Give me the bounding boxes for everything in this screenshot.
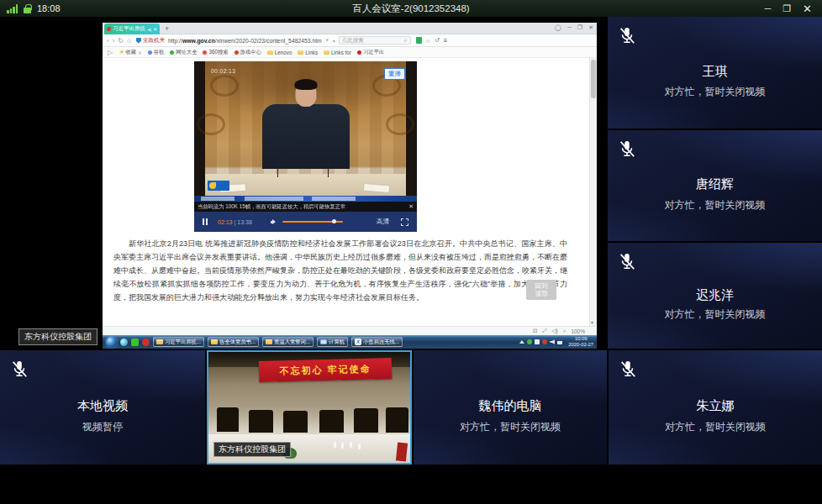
volume-icon[interactable] — [271, 218, 277, 225]
tray-red-icon[interactable] — [542, 339, 547, 344]
meeting-title: 百人会议室-2(9012352348) — [0, 3, 822, 15]
speed-bolt-icon[interactable] — [325, 37, 329, 44]
home-icon[interactable]: ⌂ — [127, 37, 131, 45]
tray-green-icon[interactable] — [527, 339, 532, 344]
window-icon — [266, 339, 272, 344]
quality-button[interactable]: 高清 — [377, 218, 389, 226]
red-object — [396, 442, 408, 461]
back-to-top-widget[interactable]: ↑ 回到 顶部 — [526, 270, 556, 300]
browser-address-bar: ‹ › ↻ ⌂ 党政机关 http://www.gov.cn/xinwen/20… — [103, 34, 597, 47]
participant-status: 对方忙，暂时关闭视频 — [608, 85, 822, 99]
search-input[interactable]: 点此搜索 — [339, 36, 411, 45]
toast-close-icon[interactable]: ✕ — [408, 203, 414, 210]
shield-icon — [136, 38, 141, 44]
fullscreen-icon[interactable] — [401, 218, 408, 226]
participant-name: 迟兆洋 — [608, 287, 822, 303]
capture-icon[interactable]: ⊡ — [533, 328, 537, 334]
gov-verified-badge: 党政机关 — [136, 37, 165, 45]
back-icon[interactable]: ‹ — [107, 37, 109, 45]
taskbar-clock[interactable]: 10:09 2020-02-27 — [568, 336, 593, 348]
browser-active-tab[interactable]: 习近平出席统筹推进新冠肺 — [104, 24, 160, 34]
browser-maximize-button[interactable]: ❐ — [577, 24, 582, 31]
taskbar-window-button[interactable]: 习近平出席统... — [153, 337, 204, 347]
tray-expand-icon[interactable] — [519, 340, 524, 344]
participant-status: 对方忙，暂时关闭视频 — [608, 198, 822, 213]
browser-user-icon[interactable]: ◯ — [555, 24, 561, 31]
bookmark-item[interactable]: 网址大全 — [170, 49, 197, 56]
mute-page-icon[interactable]: ◁) — [552, 328, 558, 334]
scrollbar-thumb[interactable] — [591, 60, 596, 98]
history-icon[interactable] — [435, 37, 440, 44]
bookmark-item[interactable]: 游戏中心 — [234, 49, 261, 56]
safe-icon[interactable] — [416, 37, 422, 44]
menu-icon[interactable] — [444, 37, 448, 45]
bookmarks-expand-icon[interactable]: ▷ — [108, 49, 113, 56]
tray-network-icon[interactable] — [557, 339, 562, 344]
participant-tile[interactable]: 唐绍辉 对方忙，暂时关闭视频 — [608, 130, 822, 241]
zoom-level[interactable]: 100% — [571, 328, 585, 334]
mic-muted-icon — [618, 252, 636, 272]
video-tile-label: 东方科仪控股集团 — [213, 442, 291, 457]
bookmark-favorites[interactable]: ★收藏∨ — [119, 49, 141, 56]
tab-close-icon[interactable] — [153, 26, 157, 32]
gov-favicon — [357, 50, 361, 55]
forward-icon[interactable]: › — [113, 37, 115, 45]
maximize-button[interactable]: ❐ — [782, 4, 791, 13]
participant-status: 对方忙，暂时关闭视频 — [608, 307, 822, 322]
pause-button[interactable] — [203, 218, 208, 225]
subtitle-bar — [194, 196, 417, 202]
pinned-app-icon[interactable] — [131, 339, 139, 346]
gamepad-icon — [234, 50, 239, 55]
browser-minimize-button[interactable]: ─ — [567, 24, 572, 31]
bookmark-item[interactable]: 360搜索 — [203, 49, 228, 56]
page-scrollbar[interactable]: ▾ — [589, 58, 597, 326]
taskbar-window-button[interactable]: 告全体党员书... — [208, 337, 259, 347]
url-dropdown-icon[interactable] — [333, 38, 335, 44]
browser-tab-bar: 习近平出席统筹推进新冠肺 + ◯ ─ ❐ ✕ — [103, 23, 597, 34]
zoom-search-icon[interactable]: ⌕ — [563, 328, 566, 334]
search360-icon — [203, 50, 207, 55]
pinned-music-icon[interactable] — [142, 339, 150, 346]
bookmark-item[interactable]: 谷歌 — [148, 49, 165, 56]
browser-close-button[interactable]: ✕ — [588, 24, 593, 31]
participant-tile[interactable]: 朱立娜 对方忙，暂时关闭视频 — [609, 350, 822, 465]
start-button[interactable] — [106, 337, 117, 348]
tab-title: 习近平出席统筹推进新冠肺 — [113, 25, 145, 33]
pinned-browser-icon[interactable] — [120, 339, 128, 346]
taskbar-xylink-button[interactable]: X小鱼易连无线... — [351, 337, 403, 347]
mic-muted-icon — [618, 139, 636, 160]
participant-name: 唐绍辉 — [608, 176, 822, 192]
scroll-down-icon[interactable]: ▾ — [591, 319, 593, 325]
red-banner: 不忘初心 牢记使命 — [259, 358, 393, 382]
resize-icon[interactable]: ⤢ — [542, 328, 546, 334]
volume-slider[interactable] — [282, 221, 343, 223]
search-icon[interactable] — [404, 37, 408, 44]
participant-status: 对方忙，暂时关闭视频 — [609, 420, 822, 434]
headset-icon[interactable] — [426, 38, 430, 44]
mic-muted-icon — [618, 26, 636, 46]
close-button[interactable]: ✕ — [803, 3, 812, 14]
participant-tile[interactable]: 魏伟的电脑 对方忙，暂时关闭视频 — [414, 350, 607, 465]
active-speaker-video-tile[interactable]: 不忘初心 牢记使命 东方科仪控股集团 — [207, 350, 412, 465]
local-video-tile[interactable]: 本地视频 视频暂停 — [0, 350, 205, 465]
bookmark-folder[interactable]: Links — [298, 50, 318, 55]
participant-tile[interactable]: 迟兆洋 对方忙，暂时关闭视频 — [608, 243, 822, 349]
tray-volume-icon[interactable] — [550, 339, 555, 344]
video-player[interactable]: 00:02:13 重播 当前码流为 100K 15帧，画面可能延迟较大，稍后可能… — [194, 61, 417, 232]
tray-flag-icon[interactable] — [535, 339, 540, 344]
participant-tile[interactable]: 王琪 对方忙，暂时关闭视频 — [608, 17, 822, 129]
minimize-button[interactable]: ─ — [764, 4, 771, 13]
screen-share-stage[interactable]: 习近平出席统筹推进新冠肺 + ◯ ─ ❐ ✕ ‹ › ↻ ⌂ 党政机关 h — [0, 17, 607, 349]
taskbar-computer-button[interactable]: 计算机 — [317, 337, 348, 347]
bookmark-folder[interactable]: Lenovo — [267, 50, 292, 55]
bookmark-item[interactable]: 习近平出 — [357, 49, 384, 56]
refresh-icon[interactable]: ↻ — [118, 37, 124, 45]
video-timecode-overlay: 00:02:13 — [211, 68, 235, 74]
taskbar-window-button[interactable]: 重温入党誓词... — [262, 337, 314, 347]
new-tab-button[interactable]: + — [165, 24, 169, 33]
video-controls: 02:13 | 13:38 高清 — [194, 212, 417, 232]
doc-icon — [148, 50, 152, 55]
computer-icon — [320, 339, 327, 344]
bookmark-folder[interactable]: Links for — [324, 50, 351, 55]
url-field[interactable]: http://www.gov.cn/xinwen/2020-02/23/cont… — [168, 38, 322, 44]
